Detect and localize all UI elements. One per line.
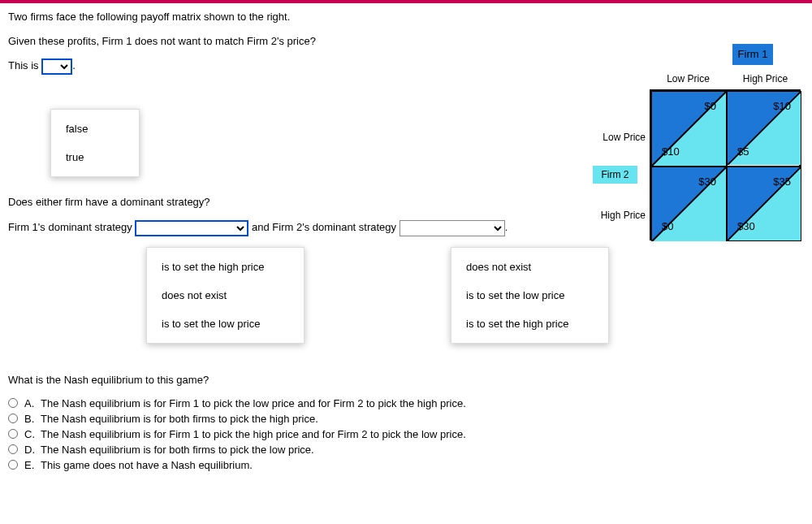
option-true[interactable]: true [51,143,139,171]
firm1-payoff: $0 [705,100,716,112]
radio-icon [8,444,18,454]
choice-d[interactable]: D. The Nash equilibrium is for both firm… [8,444,804,456]
choice-text: The Nash equilibrium is for both firms t… [41,413,318,425]
question1-stem: Given these profits, Firm 1 does not wan… [8,34,804,49]
cell-low-low: $0 $10 [651,91,727,167]
firm1-opt-high[interactable]: is to set the high price [147,253,304,281]
firm1-opt-none[interactable]: does not exist [147,281,304,310]
firm1-payoff: $30 [698,175,716,188]
choice-letter: C. [24,428,41,440]
choice-e[interactable]: E. This game does not have a Nash equili… [8,459,804,471]
this-is-options-popup: false true [50,109,140,177]
firm1-options-popup: is to set the high price does not exist … [146,247,304,344]
choice-a[interactable]: A. The Nash equilibrium is for Firm 1 to… [8,397,804,409]
cell-high-low: $30 $0 [651,167,727,241]
choice-letter: D. [24,444,41,456]
firm2-strategy-dropdown[interactable] [400,220,505,236]
choice-text: The Nash equilibrium is for Firm 1 to pi… [41,397,466,409]
choice-letter: B. [24,413,41,425]
matrix-grid: $0 $10 $10 $5 $30 $0 [650,89,801,240]
firm1-header: Firm 1 [732,44,773,65]
firm2-payoff: $5 [737,145,749,158]
cell-high-high: $35 $30 [727,167,801,241]
option-false[interactable]: false [51,115,139,143]
firm1-payoff: $35 [773,175,791,188]
firm2-payoff: $10 [662,145,680,158]
cell-low-high: $10 $5 [727,91,801,167]
firm1-opt-low[interactable]: is to set the low price [147,310,304,338]
col-high-price: High Price [727,73,804,84]
radio-icon [8,398,18,408]
choice-text: The Nash equilibrium is for both firms t… [41,444,314,456]
question1-intro: Two firms face the following payoff matr… [8,10,804,24]
firm2-options-popup: does not exist is to set the low price i… [451,247,609,344]
firm2-payoff: $0 [662,220,673,232]
row-high-price: High Price [597,210,646,221]
radio-icon [8,414,18,423]
choice-b[interactable]: B. The Nash equilibrium is for both firm… [8,413,804,425]
row-low-price: Low Price [597,132,646,143]
firm2-header: Firm 2 [593,166,637,184]
firm2-dominant-label: and Firm 2's dominant strategy [252,221,396,233]
firm1-dominant-label: Firm 1's dominant strategy [8,221,132,233]
choice-letter: E. [24,459,41,471]
firm2-payoff: $30 [737,220,755,232]
choice-text: This game does not have a Nash equilibri… [41,459,253,471]
choice-text: The Nash equilibrium is for Firm 1 to pi… [41,428,466,440]
firm2-opt-low[interactable]: is to set the low price [451,281,608,310]
col-low-price: Low Price [650,73,727,84]
choice-c[interactable]: C. The Nash equilibrium is for Firm 1 to… [8,428,804,440]
firm2-opt-high[interactable]: is to set the high price [451,310,608,338]
firm1-payoff: $10 [773,100,791,112]
firm1-strategy-dropdown[interactable] [135,220,248,236]
question3: What is the Nash equilibrium to this gam… [8,373,804,388]
firm2-opt-none[interactable]: does not exist [451,253,608,281]
this-is-label: This is [8,60,39,72]
this-is-dropdown[interactable] [41,58,72,75]
radio-icon [8,460,18,470]
radio-icon [8,429,18,439]
nash-choices: A. The Nash equilibrium is for Firm 1 to… [8,397,804,471]
choice-letter: A. [24,397,41,409]
